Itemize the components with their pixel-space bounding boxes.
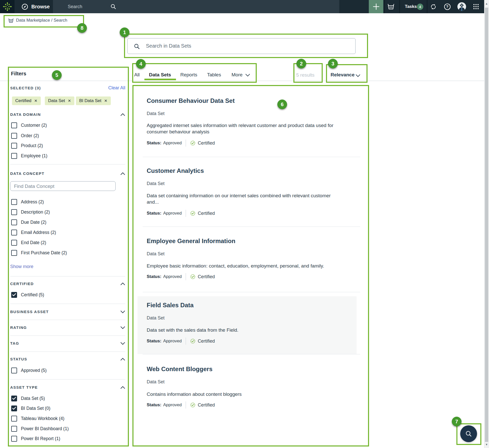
sync-button[interactable] [429, 0, 437, 13]
floating-search-button[interactable] [460, 425, 477, 442]
checkbox-unchecked[interactable] [11, 209, 17, 215]
section-business-asset[interactable]: BUSINESS ASSET [10, 310, 125, 314]
find-data-concept-box[interactable] [10, 181, 116, 191]
help-button[interactable]: ? [443, 0, 451, 13]
checkbox-checked[interactable] [11, 396, 17, 401]
section-tag[interactable]: TAG [10, 341, 125, 345]
filter-option-tableau-workbook[interactable]: Tableau Workbook (4) [11, 415, 64, 422]
app-logo[interactable] [0, 0, 15, 13]
checkbox-unchecked[interactable] [11, 426, 17, 432]
section-status[interactable]: STATUS [10, 357, 125, 361]
chevron-up-icon[interactable] [120, 113, 125, 116]
chip-certified[interactable]: Certified ✕ [12, 96, 41, 105]
avatar[interactable] [457, 2, 466, 11]
filter-option-description[interactable]: Description (2) [11, 209, 50, 215]
chevron-down-icon[interactable] [245, 73, 250, 77]
filter-option-address[interactable]: Address (2) [11, 199, 44, 205]
checkbox-unchecked[interactable] [11, 122, 17, 128]
sort-relevance-dropdown[interactable]: Relevance [331, 72, 355, 78]
scrollbar-up-arrow[interactable]: ▲ [485, 2, 488, 5]
result-title[interactable]: Web Content Bloggers [147, 366, 212, 373]
certified-badge-icon [190, 402, 196, 408]
close-icon[interactable]: ✕ [104, 99, 107, 103]
section-asset-type[interactable]: ASSET TYPE [10, 385, 125, 389]
scrollbar-down-arrow[interactable]: ▼ [485, 443, 488, 446]
result-description: Contains information about content blogg… [147, 391, 242, 397]
tab-reports[interactable]: Reports [180, 72, 197, 78]
checkbox-unchecked[interactable] [11, 240, 17, 246]
checkbox-unchecked[interactable] [11, 143, 17, 149]
chevron-up-icon[interactable] [120, 172, 125, 175]
filter-option-email-address[interactable]: Email Address (2) [11, 229, 56, 236]
result-type: Data Set [147, 181, 165, 186]
global-search-bar[interactable]: Search [53, 0, 339, 13]
checkbox-unchecked[interactable] [11, 230, 17, 235]
checkbox-unchecked[interactable] [11, 133, 17, 139]
add-button[interactable] [369, 0, 383, 13]
chevron-up-icon[interactable] [120, 357, 125, 361]
breadcrumb[interactable]: Data Marketplace / Search [8, 18, 67, 23]
result-title[interactable]: Field Sales Data [147, 302, 194, 309]
checkbox-unchecked[interactable] [11, 219, 17, 225]
tab-tables[interactable]: Tables [207, 72, 221, 78]
option-label: Power BI Report (1) [21, 436, 60, 441]
section-certified[interactable]: CERTIFIED [10, 282, 125, 286]
tab-all[interactable]: All [134, 72, 140, 78]
filter-option-approved[interactable]: Approved (5) [11, 367, 47, 374]
chevron-down-icon[interactable] [120, 326, 125, 329]
result-title[interactable]: Customer Analytics [147, 167, 204, 174]
chip-data-set[interactable]: Data Set ✕ [45, 96, 74, 105]
chevron-up-icon[interactable] [120, 386, 125, 389]
filter-option-power-bi-dashboard[interactable]: Power BI Dashboard (1) [11, 425, 69, 432]
chip-bi-data-set[interactable]: BI Data Set ✕ [76, 96, 111, 105]
filter-option-data-set[interactable]: Data Set (5) [11, 395, 45, 402]
filter-option-first-purchase-date[interactable]: First Purchase Date (2) [11, 249, 67, 256]
checkbox-unchecked[interactable] [11, 250, 17, 256]
tasks-button[interactable]: Tasks [404, 0, 417, 13]
checkbox-unchecked[interactable] [11, 436, 17, 442]
filter-option-due-date[interactable]: Due Date (2) [11, 219, 46, 226]
browse-button[interactable]: Browse [21, 0, 50, 13]
find-data-concept-input[interactable] [14, 184, 111, 189]
checkbox-unchecked[interactable] [11, 153, 17, 159]
filter-option-bi-data-set[interactable]: BI Data Set (0) [11, 405, 50, 412]
checkbox-unchecked[interactable] [11, 368, 17, 373]
checkbox-unchecked[interactable] [11, 416, 17, 422]
filter-option-product[interactable]: Product (2) [11, 142, 43, 149]
checkbox-checked[interactable] [11, 292, 17, 298]
option-label: Due Date (2) [21, 220, 46, 225]
result-title[interactable]: Employee General Information [147, 237, 235, 245]
apps-grid-button[interactable] [472, 0, 480, 13]
section-title: DATA DOMAIN [10, 112, 41, 117]
tab-more[interactable]: More [232, 72, 242, 78]
chevron-down-icon[interactable] [120, 310, 125, 314]
result-status-line: Status: Approved Certified [147, 338, 215, 345]
filter-option-power-bi-report[interactable]: Power BI Report (1) [11, 435, 60, 442]
status-label: Status: [147, 274, 161, 279]
basket-button[interactable] [387, 0, 395, 13]
chevron-down-icon[interactable] [120, 342, 125, 345]
checkbox-unchecked[interactable] [11, 199, 17, 205]
filter-option-order[interactable]: Order (2) [11, 132, 39, 139]
certified-label: Certified [198, 402, 215, 408]
chevron-up-icon[interactable] [120, 282, 125, 286]
chevron-down-icon[interactable] [356, 74, 360, 77]
clear-all-link[interactable]: Clear All [108, 85, 125, 91]
section-data-domain[interactable]: DATA DOMAIN [10, 112, 125, 117]
filter-option-certified[interactable]: Certified (5) [11, 291, 44, 298]
show-more-link[interactable]: Show more [10, 264, 33, 269]
close-icon[interactable]: ✕ [68, 99, 71, 103]
section-title: CERTIFIED [10, 282, 34, 286]
result-title[interactable]: Consumer Behaviour Data Set [147, 97, 235, 104]
dataset-search-box[interactable] [127, 38, 356, 54]
section-rating[interactable]: RATING [10, 325, 125, 330]
scrollbar-thumb[interactable] [485, 8, 488, 442]
filter-option-employee[interactable]: Employee (1) [11, 152, 47, 159]
checkbox-checked[interactable] [11, 405, 17, 411]
close-icon[interactable]: ✕ [34, 99, 37, 103]
filter-option-customer[interactable]: Customer (2) [11, 122, 47, 129]
filter-option-end-date[interactable]: End Date (2) [11, 239, 46, 246]
tab-data-sets[interactable]: Data Sets [149, 72, 171, 78]
dataset-search-input[interactable] [146, 38, 345, 53]
section-data-concept[interactable]: DATA CONCEPT [10, 171, 125, 176]
